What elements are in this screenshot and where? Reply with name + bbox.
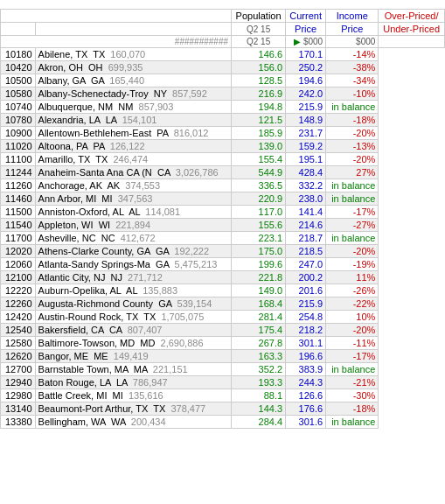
row-name: Beaumont-Port Arthur, TX TX 378,477 — [35, 402, 231, 416]
col-current-header: Current — [286, 10, 326, 23]
row-id: 12580 — [1, 337, 36, 350]
row-over-priced: -14% — [326, 48, 379, 61]
row-current-price: 146.6 — [232, 48, 286, 61]
row-current-price: 221.8 — [232, 271, 286, 284]
row-id: 11100 — [1, 153, 36, 166]
row-name: Amarillo, TX TX 246,474 — [35, 153, 231, 166]
row-id: 12620 — [1, 350, 36, 363]
row-name: Atlanta-Sandy Springs-Ma GA 5,475,213 — [35, 258, 231, 271]
row-name: Albany-Schenectady-Troy NY 857,592 — [35, 88, 231, 101]
col-over-header: Over-Priced/ — [379, 10, 445, 23]
row-over-priced: -10% — [326, 88, 379, 101]
row-name: Alexandria, LA LA 154,101 — [35, 114, 231, 127]
row-current-price: 121.5 — [232, 114, 286, 127]
table-row: 12420 Austin-Round Rock, TX TX 1,705,075… — [1, 311, 445, 324]
row-over-priced: in balance — [326, 363, 379, 376]
row-id: 11244 — [1, 166, 36, 179]
row-name: Bellingham, WA WA 200,434 — [35, 416, 231, 429]
row-id: 11260 — [1, 179, 36, 192]
row-income-price: 332.2 — [286, 179, 326, 192]
row-id: 10740 — [1, 101, 36, 114]
row-id: 12060 — [1, 258, 36, 271]
row-name: Allentown-Bethlehem-East PA 816,012 — [35, 127, 231, 140]
row-income-price: 383.9 — [286, 363, 326, 376]
row-income-price: 238.0 — [286, 192, 326, 206]
row-income-price: 170.1 — [286, 48, 326, 61]
row-name: Altoona, PA PA 126,122 — [35, 140, 231, 153]
row-name: Albany, GA GA 165,440 — [35, 74, 231, 88]
table-row: 11260 Anchorage, AK AK 374,553 336.5 332… — [1, 179, 445, 192]
row-name: Auburn-Opelika, AL AL 135,883 — [35, 284, 231, 298]
row-current-price: 163.3 — [232, 350, 286, 363]
header-row-2: Q2 15 Price Price Under-Priced — [1, 23, 445, 36]
row-current-price: 216.9 — [232, 88, 286, 101]
row-over-priced: -19% — [326, 258, 379, 271]
table-row: 10580 Albany-Schenectady-Troy NY 857,592… — [1, 88, 445, 101]
row-name: Anaheim-Santa Ana CA (N CA 3,026,786 — [35, 166, 231, 179]
row-name: Austin-Round Rock, TX TX 1,705,075 — [35, 311, 231, 324]
row-id: 12700 — [1, 363, 36, 376]
row-name: Asheville, NC NC 412,672 — [35, 232, 231, 245]
row-income-price: 141.4 — [286, 206, 326, 219]
table-row: 11460 Ann Arbor, MI MI 347,563 220.9 238… — [1, 192, 445, 206]
row-id: 12420 — [1, 311, 36, 324]
row-over-priced: -20% — [326, 245, 379, 258]
row-income-price: 250.2 — [286, 61, 326, 74]
row-over-priced: -18% — [326, 402, 379, 416]
row-income-price: 195.1 — [286, 153, 326, 166]
row-id: 10900 — [1, 127, 36, 140]
row-name: Ann Arbor, MI MI 347,563 — [35, 192, 231, 206]
row-income-price: 242.0 — [286, 88, 326, 101]
row-income-price: 244.3 — [286, 376, 326, 389]
row-id: 10780 — [1, 114, 36, 127]
table-row: 10780 Alexandria, LA LA 154,101 121.5 14… — [1, 114, 445, 127]
row-current-price: 352.2 — [232, 363, 286, 376]
row-name: Bakersfield, CA CA 807,407 — [35, 324, 231, 337]
col-income-header: Income — [326, 10, 379, 23]
table-row: 10500 Albany, GA GA 165,440 128.5 194.6 … — [1, 74, 445, 88]
table-row: 10740 Albuquerque, NM NM 857,903 194.8 2… — [1, 101, 445, 114]
table-row: 10420 Akron, OH OH 699,935 156.0 250.2 -… — [1, 61, 445, 74]
row-name: Battle Creek, MI MI 135,616 — [35, 389, 231, 402]
row-current-price: 156.0 — [232, 61, 286, 74]
row-over-priced: in balance — [326, 101, 379, 114]
row-over-priced: -20% — [326, 127, 379, 140]
row-over-priced: -26% — [326, 284, 379, 298]
table-row: 12580 Baltimore-Towson, MD MD 2,690,886 … — [1, 337, 445, 350]
row-current-price: 223.1 — [232, 232, 286, 245]
row-income-price: 301.1 — [286, 337, 326, 350]
table-row: 12700 Barnstable Town, MA MA 221,151 352… — [1, 363, 445, 376]
row-name: Albuquerque, NM NM 857,903 — [35, 101, 231, 114]
table-row: 11100 Amarillo, TX TX 246,474 155.4 195.… — [1, 153, 445, 166]
row-income-price: 126.6 — [286, 389, 326, 402]
row-id: 13140 — [1, 402, 36, 416]
table-row: 12020 Athens-Clarke County, GA GA 192,22… — [1, 245, 445, 258]
header-row-3: ########### Q2 15 ▶ $000 $000 — [1, 36, 445, 48]
row-over-priced: -22% — [326, 298, 379, 311]
row-name: Anniston-Oxford, AL AL 114,081 — [35, 206, 231, 219]
row-income-price: 215.9 — [286, 298, 326, 311]
row-income-price: 254.8 — [286, 311, 326, 324]
row-income-price: 218.5 — [286, 245, 326, 258]
row-id: 12020 — [1, 245, 36, 258]
row-name: Appleton, WI WI 221,894 — [35, 219, 231, 232]
row-current-price: 220.9 — [232, 192, 286, 206]
row-income-price: 148.9 — [286, 114, 326, 127]
row-name: Baltimore-Towson, MD MD 2,690,886 — [35, 337, 231, 350]
row-id: 13380 — [1, 416, 36, 429]
table-row: 11500 Anniston-Oxford, AL AL 114,081 117… — [1, 206, 445, 219]
table-row: 12540 Bakersfield, CA CA 807,407 175.4 2… — [1, 324, 445, 337]
row-income-price: 194.6 — [286, 74, 326, 88]
col-population-header: Population — [232, 10, 286, 23]
row-current-price: 149.0 — [232, 284, 286, 298]
row-over-priced: -30% — [326, 389, 379, 402]
row-id: 10580 — [1, 88, 36, 101]
row-over-priced: in balance — [326, 416, 379, 429]
row-current-price: 281.4 — [232, 311, 286, 324]
row-income-price: 215.9 — [286, 101, 326, 114]
row-current-price: 544.9 — [232, 166, 286, 179]
table-row: 13380 Bellingham, WA WA 200,434 284.4 30… — [1, 416, 445, 429]
row-income-price: 218.2 — [286, 324, 326, 337]
table-row: 12060 Atlanta-Sandy Springs-Ma GA 5,475,… — [1, 258, 445, 271]
table-row: 12260 Augusta-Richmond County GA 539,154… — [1, 298, 445, 311]
